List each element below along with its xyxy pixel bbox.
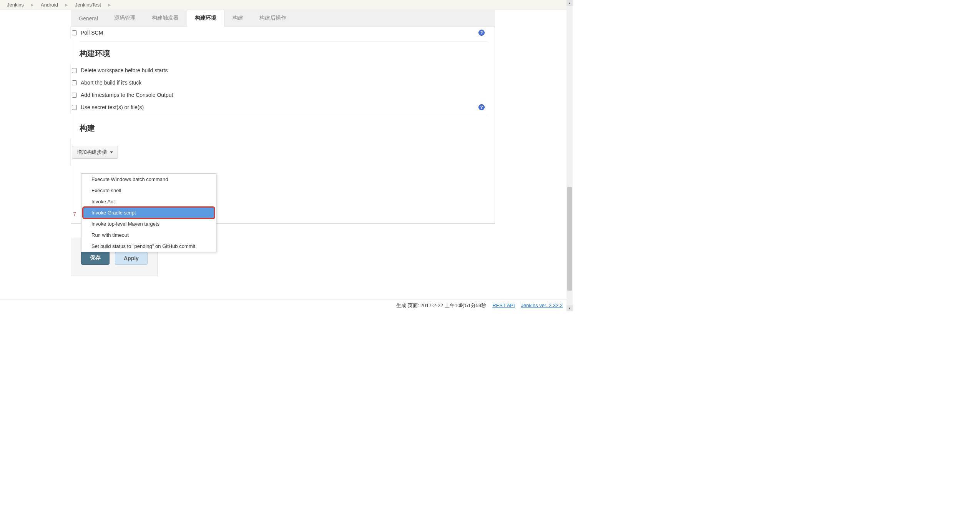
help-icon[interactable]: ? [478, 30, 485, 36]
tab-post-build[interactable]: 构建后操作 [251, 10, 294, 26]
checkbox-secret[interactable] [72, 105, 77, 110]
scroll-track[interactable] [566, 6, 573, 305]
crumb-jenkins[interactable]: Jenkins [5, 2, 26, 8]
menu-invoke-maven[interactable]: Invoke top-level Maven targets [81, 218, 216, 229]
heading-build: 构建 [80, 116, 488, 139]
row-poll-scm: Poll SCM ? [72, 27, 488, 39]
scroll-up-arrow-icon[interactable]: ▲ [566, 0, 573, 6]
add-build-step-label: 增加构建步骤 [77, 149, 107, 156]
footer-generated: 生成 页面: 2017-2-22 上午10时51分59秒 [396, 302, 486, 309]
row-timestamps: Add timestamps to the Console Output [72, 89, 488, 101]
menu-exec-shell[interactable]: Execute shell [81, 185, 216, 196]
row-secret: Use secret text(s) or file(s) ? [72, 101, 488, 113]
scroll-down-arrow-icon[interactable]: ▼ [566, 305, 573, 311]
heading-build-env: 构建环境 [80, 42, 488, 64]
crumb-jenkinstest[interactable]: JenkinsTest [73, 2, 103, 8]
breadcrumb: Jenkins ▶ Android ▶ JenkinsTest ▶ [0, 0, 573, 10]
row-abort-stuck: Abort the build if it's stuck [72, 76, 488, 89]
row-delete-ws: Delete workspace before build starts [72, 64, 488, 76]
breadcrumb-separator-icon: ▶ [26, 3, 38, 7]
menu-set-pending[interactable]: Set build status to "pending" on GitHub … [81, 241, 216, 252]
menu-invoke-gradle[interactable]: Invoke Gradle script [83, 207, 214, 218]
menu-exec-windows[interactable]: Execute Windows batch command [81, 174, 216, 185]
label-delete-ws: Delete workspace before build starts [81, 67, 168, 73]
tab-scm[interactable]: 源码管理 [106, 10, 144, 26]
vertical-scrollbar[interactable]: ▲ ▼ [566, 0, 573, 311]
label-abort-stuck: Abort the build if it's stuck [81, 80, 141, 86]
label-secret: Use secret text(s) or file(s) [81, 104, 144, 110]
line-marker: 7 [73, 211, 76, 217]
caret-down-icon [110, 151, 113, 153]
page-footer: 生成 页面: 2017-2-22 上午10时51分59秒 REST API Je… [0, 299, 566, 311]
breadcrumb-separator-icon: ▶ [103, 3, 116, 7]
tab-build[interactable]: 构建 [224, 10, 251, 26]
footer-rest-api-link[interactable]: REST API [492, 303, 515, 308]
tab-triggers[interactable]: 构建触发器 [144, 10, 187, 26]
crumb-android[interactable]: Android [38, 2, 60, 8]
add-build-step-button[interactable]: 增加构建步骤 [72, 146, 118, 159]
breadcrumb-separator-icon: ▶ [60, 3, 73, 7]
tab-general[interactable]: General [71, 10, 106, 26]
scroll-thumb[interactable] [567, 187, 572, 291]
checkbox-timestamps[interactable] [72, 93, 77, 98]
help-icon[interactable]: ? [478, 104, 485, 110]
menu-run-timeout[interactable]: Run with timeout [81, 229, 216, 241]
build-step-menu: Execute Windows batch command Execute sh… [81, 173, 216, 252]
checkbox-abort-stuck[interactable] [72, 80, 77, 85]
save-button[interactable]: 保存 [81, 251, 110, 265]
apply-button[interactable]: Apply [115, 252, 148, 265]
tab-build-env[interactable]: 构建环境 [187, 10, 224, 27]
config-tabs: General 源码管理 构建触发器 构建环境 构建 构建后操作 [71, 10, 495, 27]
label-poll-scm: Poll SCM [81, 30, 103, 36]
checkbox-delete-ws[interactable] [72, 68, 77, 73]
menu-invoke-ant[interactable]: Invoke Ant [81, 196, 216, 207]
label-timestamps: Add timestamps to the Console Output [81, 92, 173, 98]
footer-version-link[interactable]: Jenkins ver. 2.32.2 [521, 303, 563, 308]
checkbox-poll-scm[interactable] [72, 30, 77, 35]
